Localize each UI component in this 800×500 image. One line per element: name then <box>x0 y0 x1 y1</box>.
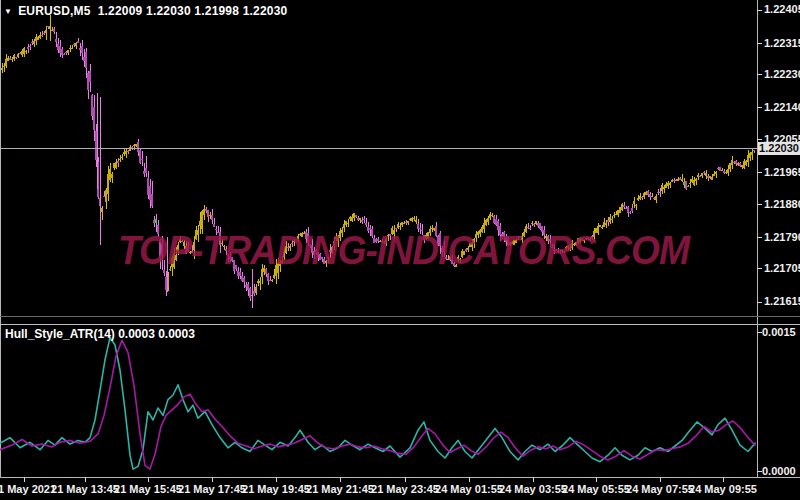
current-price-tag: 1.22030 <box>758 142 800 155</box>
candle-body <box>39 35 41 39</box>
candle-body <box>751 152 753 156</box>
candle-body <box>133 145 135 147</box>
candle-body <box>147 178 149 196</box>
price-axis-label: 1.22405 <box>764 3 800 16</box>
candle-body <box>113 163 115 168</box>
candle-body <box>3 66 5 67</box>
candle-body <box>357 218 359 220</box>
candle-body <box>677 179 679 181</box>
candle-body <box>643 193 645 196</box>
candle-body <box>61 49 63 55</box>
candle-body <box>83 57 85 61</box>
candle-body <box>105 190 107 202</box>
candle-body <box>745 161 747 165</box>
candle-body <box>85 52 87 68</box>
candle-body <box>21 51 23 55</box>
candle-body <box>683 182 685 185</box>
price-axis-label: 1.22315 <box>764 37 800 50</box>
candle-body <box>155 219 157 224</box>
candle-body <box>613 215 615 216</box>
candle-body <box>141 159 143 160</box>
candle-body <box>611 219 613 220</box>
candle-body <box>91 95 93 116</box>
candle-body <box>57 44 59 50</box>
candle-body <box>653 198 655 199</box>
candle-body <box>747 155 749 163</box>
candle-body <box>43 33 45 34</box>
candle-body <box>631 208 633 211</box>
candle-body <box>687 186 689 187</box>
candle-body <box>663 187 665 190</box>
candle-body <box>131 147 133 148</box>
candle-body <box>41 35 43 37</box>
candle-body <box>407 221 409 223</box>
candle-body <box>69 48 71 49</box>
candle-body <box>119 159 121 161</box>
candle-body <box>691 179 693 182</box>
candle-body <box>29 46 31 47</box>
candle-body <box>717 168 719 170</box>
candle-body <box>51 30 53 31</box>
candle-body <box>695 179 697 182</box>
candle-body <box>137 142 139 151</box>
candle-body <box>353 213 355 218</box>
candle-body <box>659 192 661 193</box>
candle-body <box>73 44 75 45</box>
indicator-label: Hull_Style_ATR(14) 0.0003 0.0003 <box>5 327 195 341</box>
candle-body <box>361 220 363 222</box>
candle-body <box>243 278 245 282</box>
candle-body <box>17 54 19 57</box>
ohlc-high: 1.22030 <box>146 4 191 18</box>
candle-body <box>35 37 37 41</box>
candle-body <box>721 170 723 171</box>
indicator-axis-label: 0.0015 <box>762 326 796 339</box>
candle-body <box>409 219 411 221</box>
price-axis-label: 1.21615 <box>764 295 800 308</box>
candle-body <box>23 48 25 54</box>
candle-body <box>531 223 533 224</box>
symbol-dropdown-icon[interactable]: ▼ <box>4 7 12 16</box>
candle-body <box>627 207 629 214</box>
candle-body <box>649 194 651 197</box>
candle-body <box>741 165 743 167</box>
price-axis-label: 1.22140 <box>764 101 800 114</box>
candle-body <box>253 291 255 294</box>
candle-body <box>715 172 717 174</box>
candle-body <box>639 196 641 200</box>
candle-body <box>625 208 627 209</box>
candle-body <box>209 215 211 216</box>
candle-body <box>351 217 353 220</box>
price-axis-label: 1.21705 <box>764 262 800 275</box>
candle-body <box>399 226 401 227</box>
candle-body <box>257 281 259 282</box>
candle-body <box>487 218 489 222</box>
candle-body <box>19 53 21 54</box>
candle-body <box>117 161 119 163</box>
candle-body <box>67 50 69 53</box>
candle-body <box>153 220 155 224</box>
mt4-chart-window: ▼EURUSD,M5 1.22009 1.22030 1.21998 1.220… <box>0 0 800 500</box>
candle-body <box>25 51 27 52</box>
candle-body <box>245 285 247 287</box>
candle-body <box>609 217 611 222</box>
candle-body <box>491 215 493 216</box>
candle-body <box>657 192 659 193</box>
candle-body <box>493 216 495 224</box>
candle-body <box>13 55 15 59</box>
candle-body <box>403 223 405 224</box>
candle-body <box>673 180 675 181</box>
candle-body <box>733 162 735 164</box>
candle-body <box>127 151 129 152</box>
candle-body <box>199 221 201 226</box>
candle-body <box>59 46 61 53</box>
atr-fast-line <box>0 338 755 470</box>
candle-body <box>535 221 537 224</box>
candle-body <box>739 163 741 166</box>
candle-body <box>255 287 257 293</box>
candle-body <box>405 222 407 223</box>
candle-body <box>641 197 643 198</box>
candle-body <box>633 201 635 204</box>
candle-body <box>89 71 91 83</box>
candle-body <box>269 280 271 281</box>
candle-body <box>647 191 649 195</box>
